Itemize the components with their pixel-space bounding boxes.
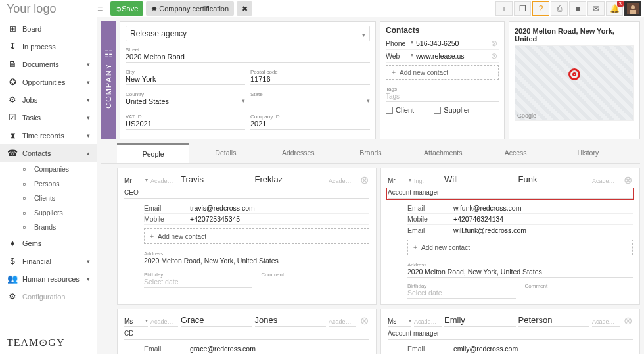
sidebar-item-jobs[interactable]: ⚙ Jobs ▾ [0, 91, 97, 109]
contact-value[interactable]: +420746324134 [453, 215, 633, 223]
tab-addresses[interactable]: Addresses [262, 143, 334, 163]
video-icon[interactable]: ■ [569, 1, 586, 16]
academic-suffix-input[interactable]: Acade… [592, 178, 620, 186]
sidebar-subitem-persons[interactable]: ▫Persons [0, 176, 97, 191]
sidebar-item-human-resources[interactable]: 👥 Human resources ▾ [0, 270, 97, 288]
contact-type-select[interactable]: Phone [386, 39, 416, 47]
first-name-input[interactable]: Will [444, 174, 516, 186]
sidebar-subitem-brands[interactable]: ▫Brands [0, 220, 97, 234]
sidebar-subitem-clients[interactable]: ▫Clients [0, 191, 97, 205]
contact-value[interactable]: 516-343-6250 [416, 39, 490, 47]
delete-contact-icon[interactable]: ⊗ [490, 39, 499, 48]
tab-access[interactable]: Access [479, 143, 551, 163]
contact-value[interactable]: www.release.us [416, 52, 490, 60]
country-field[interactable]: Country United States [126, 90, 245, 107]
sidebar-item-tasks[interactable]: ☑ Tasks ▾ [0, 109, 97, 126]
tab-people[interactable]: People [117, 143, 189, 163]
delete-contact-icon[interactable]: ⊗ [490, 51, 499, 61]
sidebar-item-contacts[interactable]: ☎ Contacts ▴ [0, 144, 97, 162]
user-avatar[interactable] [624, 1, 641, 16]
last-name-input[interactable]: Peterson [518, 315, 590, 327]
academic-suffix-input[interactable]: Acade… [329, 178, 356, 186]
delete-person-icon[interactable]: ⊗ [359, 315, 369, 327]
last-name-input[interactable]: Freklaz [255, 174, 327, 186]
delete-person-icon[interactable]: ⊗ [622, 315, 633, 327]
title-select[interactable]: Mr [388, 177, 411, 186]
contact-type[interactable]: Email [144, 204, 190, 212]
address-value[interactable]: 2020 Melton Road, New York, United State… [144, 257, 369, 266]
academic-prefix-input[interactable]: Acade… [150, 178, 178, 186]
comment-input[interactable] [525, 289, 633, 297]
academic-prefix-input[interactable]: Ing. [414, 178, 442, 186]
academic-prefix-input[interactable]: Acade… [414, 318, 442, 327]
role-input[interactable]: CD [124, 330, 369, 340]
company-name-field[interactable]: Release agency [126, 26, 370, 41]
save-button[interactable]: ➲ Save [110, 1, 143, 16]
sidebar-item-board[interactable]: ⊞ Board [0, 20, 97, 38]
add-company-contact-button[interactable]: ＋ Add new contact [386, 65, 499, 80]
contact-value[interactable]: travis@redcross.com [190, 204, 369, 212]
tab-details[interactable]: Details [189, 143, 262, 163]
contact-value[interactable]: emily@redcross.com [453, 345, 633, 353]
contact-type[interactable]: Email [407, 345, 453, 353]
supplier-checkbox[interactable]: Supplier [434, 106, 470, 114]
print-icon[interactable]: ⎙ [551, 1, 568, 16]
contact-type[interactable]: Email [144, 345, 190, 353]
sidebar-subitem-companies[interactable]: ▫Companies [0, 162, 97, 176]
contact-value[interactable]: will.funk@redcross.com [453, 226, 633, 234]
first-name-input[interactable]: Emily [444, 315, 516, 327]
last-name-input[interactable]: Jones [255, 315, 327, 327]
postal-field[interactable]: Postal code 11716 [250, 68, 370, 85]
help-icon[interactable]: ? [532, 1, 549, 16]
first-name-input[interactable]: Travis [181, 174, 252, 186]
street-field[interactable]: Street 2020 Melton Road [126, 45, 370, 63]
contact-value[interactable]: +420725345345 [190, 215, 369, 223]
last-name-input[interactable]: Funk [518, 174, 590, 186]
contact-type[interactable]: Mobile [144, 215, 190, 223]
company-certification-button[interactable]: ✸ Company certification [146, 1, 234, 16]
title-select[interactable]: Ms [388, 318, 411, 327]
chat-icon[interactable]: ✉ [587, 1, 605, 16]
title-select[interactable]: Mr [124, 177, 148, 186]
sidebar-item-in-process[interactable]: ↧ In process [0, 38, 97, 55]
sidebar-item-opportunities[interactable]: ✪ Opportunities ▾ [0, 73, 97, 91]
contact-type-select[interactable]: Web [386, 52, 416, 60]
company-id-field[interactable]: Company ID 2021 [250, 113, 370, 130]
state-field[interactable]: State [250, 90, 370, 107]
sidebar-subitem-suppliers[interactable]: ▫Suppliers [0, 205, 97, 220]
add-icon[interactable]: ＋ [495, 1, 513, 16]
sidebar-item-financial[interactable]: $ Financial ▾ [0, 252, 97, 270]
add-person-contact-button[interactable]: ＋Add new contact [144, 228, 369, 244]
map-canvas[interactable]: Google [515, 45, 634, 121]
title-select[interactable]: Ms [124, 318, 148, 327]
sidebar-item-configuration[interactable]: ⚙ Configuration [0, 288, 97, 305]
sidebar-item-documents[interactable]: 🗎 Documents ▾ [0, 55, 97, 73]
city-field[interactable]: City New York [126, 68, 245, 85]
notifications-icon[interactable]: 🔔 3 [606, 1, 623, 16]
academic-suffix-input[interactable]: Acade… [329, 318, 356, 327]
delete-person-icon[interactable]: ⊗ [359, 174, 369, 186]
comment-input[interactable] [262, 278, 370, 286]
sidebar-item-gems[interactable]: ♦ Gems [0, 234, 97, 252]
company-vertical-tab[interactable]: ☷ COMPANY [101, 21, 116, 139]
role-input[interactable]: Account manager [388, 330, 633, 340]
role-input[interactable]: CEO [124, 189, 369, 199]
delete-person-icon[interactable]: ⊗ [622, 174, 633, 186]
tags-input[interactable]: Tags [386, 92, 499, 102]
birthday-input[interactable]: Select date [407, 289, 516, 299]
contact-type[interactable]: Email [407, 204, 453, 212]
contact-value[interactable]: grace@redcross.com [190, 345, 369, 353]
copy-icon[interactable]: ❐ [514, 1, 531, 16]
contact-type[interactable]: Email [407, 226, 453, 234]
tab-history[interactable]: History [552, 143, 624, 163]
address-value[interactable]: 2020 Melton Road, New York, United State… [407, 268, 633, 278]
add-person-contact-button[interactable]: ＋Add new contact [407, 240, 633, 255]
contact-type[interactable]: Mobile [407, 215, 453, 223]
academic-suffix-input[interactable]: Acade… [592, 318, 620, 327]
birthday-input[interactable]: Select date [144, 278, 252, 288]
role-input[interactable]: Account manager [388, 189, 633, 199]
tab-brands[interactable]: Brands [334, 143, 407, 163]
sidebar-item-time-records[interactable]: ⧗ Time records ▾ [0, 126, 97, 144]
vat-field[interactable]: VAT ID US2021 [126, 113, 245, 130]
first-name-input[interactable]: Grace [181, 315, 252, 327]
